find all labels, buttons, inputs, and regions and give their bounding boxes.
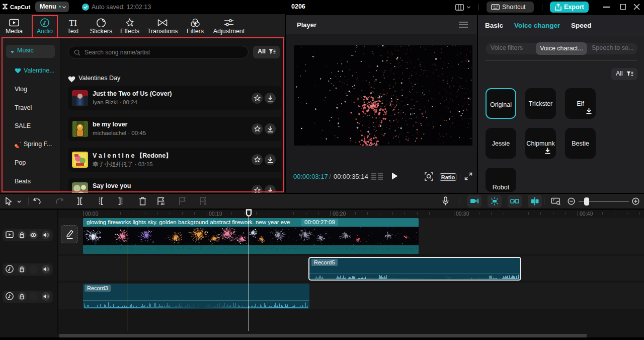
svg-text:AI: AI bbox=[160, 201, 165, 206]
svg-text:TI: TI bbox=[69, 18, 77, 27]
